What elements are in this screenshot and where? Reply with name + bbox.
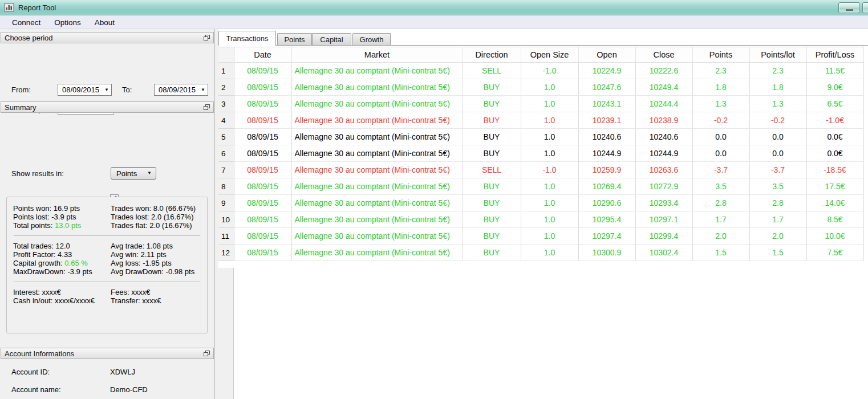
cell-close: 10238.9	[635, 112, 692, 129]
cell-market: Allemagne 30 au comptant (Mini-contrat 5…	[291, 178, 463, 195]
row-number: 7	[218, 162, 234, 178]
cell-direction: BUY	[463, 245, 521, 261]
menu-bar: Connect Options About	[0, 16, 868, 29]
cell-open-size: 1.0	[521, 211, 578, 228]
table-row[interactable]: 108/09/15Allemagne 30 au comptant (Mini-…	[218, 63, 863, 79]
cell-open-size: 1.0	[521, 112, 578, 129]
cell-date: 08/09/15	[234, 211, 291, 228]
minimize-icon	[846, 9, 853, 11]
cell-close: 10263.6	[635, 162, 692, 178]
to-date-select[interactable]: 08/09/2015 ▼	[154, 84, 208, 96]
menu-options[interactable]: Options	[47, 17, 88, 28]
stats-col-right: Trades won: 8.0 (66.67%)Trades lost: 2.0…	[111, 204, 207, 230]
stat-label: Total points:	[13, 221, 52, 230]
col-header-open[interactable]: Open	[578, 47, 635, 63]
account-id-value: XDWLJ	[110, 368, 205, 376]
stat-label: Fees:	[111, 288, 129, 296]
col-header-open-size[interactable]: Open Size	[521, 47, 578, 63]
cell-open-size: 1.0	[521, 178, 578, 195]
tab-growth[interactable]: Growth	[352, 33, 391, 45]
stat-value: -0.98 pts	[166, 267, 195, 276]
from-date-select[interactable]: 08/09/2015 ▼	[58, 84, 112, 96]
col-header-points[interactable]: Points	[692, 47, 749, 63]
stat-line: Avg trade: 1.08 pts	[111, 242, 207, 250]
float-panel-icon[interactable]	[204, 35, 210, 41]
maximize-button[interactable]	[862, 2, 868, 13]
tab-points[interactable]: Points	[277, 33, 312, 45]
stat-line: Avg DrawDown: -0.98 pts	[111, 267, 207, 276]
tab-transactions[interactable]: Transactions	[218, 31, 276, 46]
table-row[interactable]: 708/09/15Allemagne 30 au comptant (Mini-…	[218, 162, 863, 178]
cell-open-size: 1.0	[521, 145, 578, 162]
stat-value: -3.9 pts	[51, 213, 76, 221]
stat-line: Total points: 13.0 pts	[13, 221, 111, 230]
float-panel-icon[interactable]	[204, 104, 210, 111]
account-name-value: Demo-CFD	[110, 385, 205, 394]
col-header-direction[interactable]: Direction	[463, 47, 521, 63]
stat-label: Cash in/out:	[13, 296, 52, 305]
menu-connect[interactable]: Connect	[5, 17, 47, 28]
col-header-close[interactable]: Close	[635, 47, 692, 63]
cell-market: Allemagne 30 au comptant (Mini-contrat 5…	[291, 245, 463, 261]
cell-open-size: 1.0	[521, 228, 578, 245]
tab-capital[interactable]: Capital	[312, 33, 351, 45]
cell-date: 08/09/15	[234, 145, 291, 162]
stat-label: Profit Factor:	[13, 250, 55, 259]
cell-points-lot: 1.3	[749, 96, 806, 112]
cell-close: 10222.6	[635, 63, 692, 79]
stat-line: MaxDrawDown: -3.9 pts	[13, 267, 111, 276]
cell-close: 10244.4	[635, 96, 692, 112]
cell-date: 08/09/15	[234, 129, 291, 145]
bar-chart-icon	[4, 3, 15, 13]
table-row[interactable]: 208/09/15Allemagne 30 au comptant (Mini-…	[218, 79, 863, 96]
stat-value: 2.0 (16.67%)	[149, 221, 192, 230]
cell-points: 2.3	[692, 63, 749, 79]
cell-profit-loss: 8.5€	[806, 211, 863, 228]
cell-date: 08/09/15	[234, 162, 291, 178]
cell-open-size: 1.0	[521, 195, 578, 211]
table-row[interactable]: 808/09/15Allemagne 30 au comptant (Mini-…	[218, 178, 863, 195]
cell-points: 2.0	[692, 228, 749, 245]
row-number: 9	[218, 195, 234, 211]
table-row[interactable]: 1008/09/15Allemagne 30 au comptant (Mini…	[218, 211, 863, 228]
table-row[interactable]: 1208/09/15Allemagne 30 au comptant (Mini…	[218, 245, 863, 261]
table-row[interactable]: 308/09/15Allemagne 30 au comptant (Mini-…	[218, 96, 863, 112]
col-header-market[interactable]: Market	[291, 47, 463, 63]
cell-direction: BUY	[463, 129, 521, 145]
col-header-points-lot[interactable]: Points/lot	[749, 47, 806, 63]
choose-period-title: Choose period	[5, 34, 53, 42]
menu-about[interactable]: About	[88, 17, 121, 28]
cell-profit-loss: 14.0€	[806, 195, 863, 211]
cell-profit-loss: 6.5€	[806, 96, 863, 112]
minimize-button[interactable]	[838, 2, 860, 13]
table-row[interactable]: 608/09/15Allemagne 30 au comptant (Mini-…	[218, 145, 863, 162]
table-row[interactable]: 908/09/15Allemagne 30 au comptant (Mini-…	[218, 195, 863, 211]
account-name-label: Account name:	[11, 385, 110, 394]
cell-close: 10244.9	[635, 145, 692, 162]
show-results-select[interactable]: Points ▼	[111, 167, 156, 180]
to-date-value: 08/09/2015	[159, 85, 201, 94]
stat-line: Trades lost: 2.0 (16.67%)	[111, 213, 207, 221]
cell-points-lot: 1.7	[749, 211, 806, 228]
cell-direction: SELL	[463, 63, 521, 79]
row-number-header	[218, 47, 234, 63]
table-row[interactable]: 508/09/15Allemagne 30 au comptant (Mini-…	[218, 129, 863, 145]
float-panel-icon[interactable]	[204, 351, 210, 357]
sidebar: Choose period From: 08/09/2015 ▼ To: 08/…	[0, 29, 215, 399]
cell-market: Allemagne 30 au comptant (Mini-contrat 5…	[291, 211, 463, 228]
col-header-date[interactable]: Date	[234, 47, 291, 63]
table-row[interactable]: 1108/09/15Allemagne 30 au comptant (Mini…	[218, 228, 863, 245]
stat-line: Trades won: 8.0 (66.67%)	[111, 204, 207, 213]
col-header-profit-loss[interactable]: Profit/Loss	[806, 47, 863, 63]
stats-block-fees: Interest: xxxx€Cash in/out: xxxx€/xxxx€ …	[13, 288, 207, 305]
table-row[interactable]: 408/09/15Allemagne 30 au comptant (Mini-…	[218, 112, 863, 129]
cell-date: 08/09/15	[234, 245, 291, 261]
cell-profit-loss: 0.0€	[806, 145, 863, 162]
stat-value: -3.9 pts	[67, 267, 92, 276]
cell-date: 08/09/15	[234, 195, 291, 211]
cell-open: 10259.9	[578, 162, 635, 178]
stat-line: Transfer: xxxx€	[111, 296, 207, 305]
cell-open: 10239.1	[578, 112, 635, 129]
summary-title: Summary	[5, 103, 36, 112]
cell-close: 10249.4	[635, 79, 692, 96]
